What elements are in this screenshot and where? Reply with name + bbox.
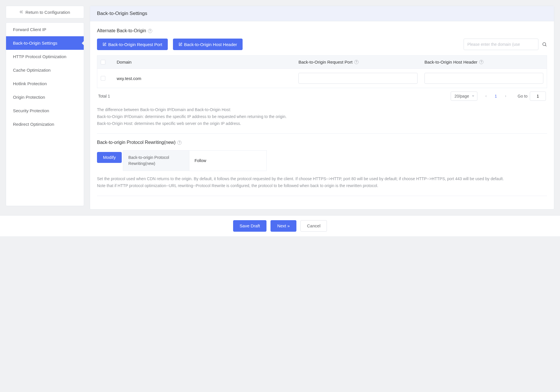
page-title: Back-to-Origin Settings <box>90 6 554 21</box>
divider <box>97 133 547 134</box>
alternate-help-text: The difference between Back-to-Origin IP… <box>97 106 547 127</box>
edit-icon <box>102 42 106 46</box>
main-panel: Back-to-Origin Settings Alternate Back-t… <box>90 6 554 210</box>
request-port-input[interactable] <box>298 73 418 84</box>
chevron-right-icon <box>504 95 507 98</box>
sidebar-item-back-to-origin-settings[interactable]: Back-to-Origin Settings <box>6 36 84 50</box>
domain-table: Domain Back-to-Origin Request Port? Back… <box>97 55 547 88</box>
host-header-input[interactable] <box>424 73 543 84</box>
back-to-origin-host-header-button[interactable]: Back-to-Origin Host Header <box>173 39 243 50</box>
domain-search-input[interactable] <box>464 39 538 50</box>
prev-page-button[interactable] <box>481 92 491 101</box>
svg-point-0 <box>543 43 546 46</box>
chevron-left-icon <box>485 95 487 98</box>
return-to-configuration-link[interactable]: Return to Configuration <box>6 6 84 18</box>
select-all-checkbox[interactable] <box>101 60 105 64</box>
footer-actions: Save Draft Next » Cancel <box>0 215 560 236</box>
modify-button[interactable]: Modify <box>97 152 122 163</box>
col-domain-header: Domain <box>117 60 132 64</box>
sidebar-item-forward-client-ip[interactable]: Forward Client IP <box>6 23 84 36</box>
table-row: wxy.test.com <box>97 69 547 88</box>
save-draft-button[interactable]: Save Draft <box>233 220 267 232</box>
sidebar-item-http-protocol-optimization[interactable]: HTTP Protocol Optimization <box>6 50 84 63</box>
return-label: Return to Configuration <box>25 10 70 15</box>
page-number[interactable]: 1 <box>495 94 497 98</box>
protocol-kv-value: Follow <box>189 151 266 171</box>
sidebar-item-origin-protection[interactable]: Origin Protection <box>6 90 84 104</box>
sidebar-nav: Forward Client IP Back-to-Origin Setting… <box>6 22 84 206</box>
section-title-protocol-rewriting: Back-to-origin Protocol Rewriting(new) ? <box>97 140 547 145</box>
next-page-button[interactable] <box>501 92 510 101</box>
protocol-help-text: Set the protocol used when CDN returns t… <box>97 176 547 189</box>
section-title-alternate: Alternate Back-to-Origin ? <box>97 28 547 33</box>
protocol-kv-key: Back-to-origin Protocol Rewriting(new) <box>123 151 189 171</box>
sidebar-item-cache-optimization[interactable]: Cache Optimization <box>6 63 84 77</box>
col-request-port-header: Back-to-Origin Request Port <box>298 60 353 64</box>
total-label: Total <box>98 94 107 98</box>
search-icon[interactable] <box>542 42 547 47</box>
sidebar-item-redirect-optimization[interactable]: Redirect Optimization <box>6 117 84 131</box>
total-value: 1 <box>108 94 110 98</box>
goto-label: Go to <box>518 94 527 98</box>
help-icon[interactable]: ? <box>354 60 359 64</box>
sidebar: Return to Configuration Forward Client I… <box>6 6 84 210</box>
row-checkbox[interactable] <box>101 76 105 81</box>
back-to-origin-request-port-button[interactable]: Back-to-Origin Request Port <box>97 39 168 50</box>
chevron-down-icon <box>472 96 474 97</box>
help-icon[interactable]: ? <box>177 140 182 145</box>
help-icon[interactable]: ? <box>479 60 483 64</box>
cancel-button[interactable]: Cancel <box>300 220 327 232</box>
double-chevron-left-icon <box>20 10 24 14</box>
page-size-select[interactable]: 20/page <box>451 92 477 101</box>
protocol-kv-table: Back-to-origin Protocol Rewriting(new) F… <box>123 150 267 171</box>
pagination: Total 1 20/page 1 Go to <box>97 88 547 106</box>
goto-page-input[interactable] <box>530 92 546 101</box>
sidebar-item-hotlink-protection[interactable]: Hotlink Protection <box>6 77 84 90</box>
divider <box>97 196 547 196</box>
col-host-header-header: Back-to-Origin Host Header <box>424 60 477 64</box>
alternate-toolbar: Back-to-Origin Request Port Back-to-Orig… <box>97 39 547 50</box>
domain-value: wxy.test.com <box>117 76 142 81</box>
help-icon[interactable]: ? <box>148 29 152 33</box>
edit-icon <box>178 42 182 46</box>
next-button[interactable]: Next » <box>271 220 296 232</box>
svg-line-1 <box>545 45 546 46</box>
sidebar-item-security-protection[interactable]: Security Protection <box>6 104 84 117</box>
